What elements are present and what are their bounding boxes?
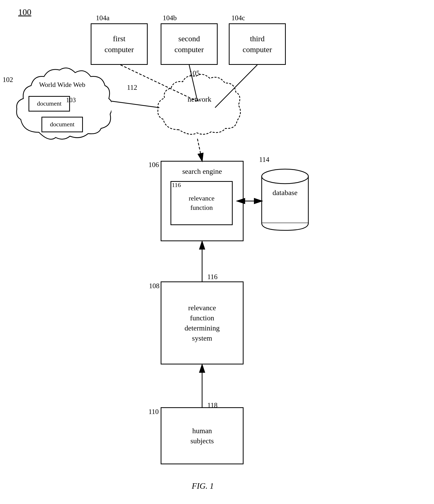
relevance-function-label: relevance function: [189, 194, 215, 213]
ref-104b: 104b: [163, 13, 177, 23]
network-label: network: [183, 95, 216, 104]
search-engine-box: search engine relevance function 116: [161, 161, 244, 241]
diagram-title: 100: [18, 6, 31, 18]
diagram: 100 104a 104b 104c first computer second…: [0, 0, 434, 504]
human-subjects-box: human subjects: [161, 407, 244, 464]
second-computer-label: second computer: [174, 33, 204, 55]
www-label: World Wide Web: [25, 80, 100, 89]
document1-label: document: [37, 99, 62, 108]
ref-118: 118: [207, 401, 218, 410]
ref-102: 102: [3, 75, 13, 84]
ref-106: 106: [148, 160, 159, 169]
network-cloud: network 105: [155, 67, 241, 140]
ref-110: 110: [148, 407, 159, 416]
svg-line-5: [111, 101, 159, 108]
rfds-box: relevance function determining system: [161, 281, 244, 364]
fig-label: FIG. 1: [192, 481, 214, 491]
third-computer-label: third computer: [243, 33, 272, 55]
svg-point-1: [262, 169, 308, 184]
ref-114: 114: [259, 155, 269, 164]
ref-105: 105: [189, 69, 200, 78]
database-label: database: [266, 188, 304, 197]
human-subjects-label: human subjects: [190, 426, 214, 446]
document2-label: document: [50, 120, 75, 129]
ref-104c: 104c: [231, 13, 245, 23]
ref-104a: 104a: [96, 13, 109, 23]
ref-112: 112: [127, 83, 137, 92]
ref-103: 103: [66, 96, 76, 105]
document2-box: document: [41, 117, 83, 132]
ref-116-inner: 116: [172, 181, 181, 189]
first-computer-box: first computer: [91, 23, 148, 65]
www-cloud: World Wide Web document document 103 102: [13, 60, 111, 148]
ref-108: 108: [149, 281, 160, 291]
rfds-label: relevance function determining system: [184, 303, 219, 343]
third-computer-box: third computer: [229, 23, 286, 65]
svg-line-6: [197, 139, 202, 161]
first-computer-label: first computer: [104, 33, 134, 55]
ref-116-arrow: 116: [207, 272, 218, 281]
search-engine-label: search engine: [161, 166, 243, 176]
database-container: database: [259, 163, 311, 237]
second-computer-box: second computer: [161, 23, 218, 65]
document1-box: document: [29, 96, 70, 112]
